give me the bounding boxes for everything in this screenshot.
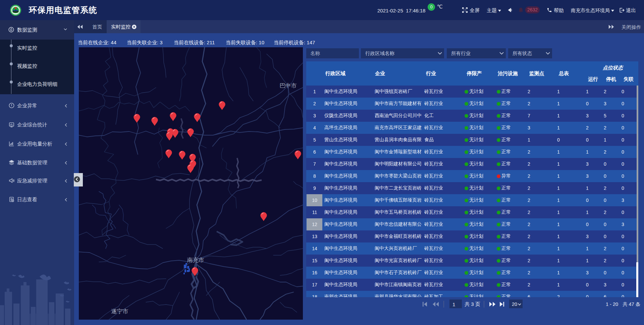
svg-text:巴中市: 巴中市 bbox=[280, 83, 297, 89]
svg-text:南充市: 南充市 bbox=[187, 257, 204, 263]
svg-text:遂宁市: 遂宁市 bbox=[111, 308, 128, 315]
